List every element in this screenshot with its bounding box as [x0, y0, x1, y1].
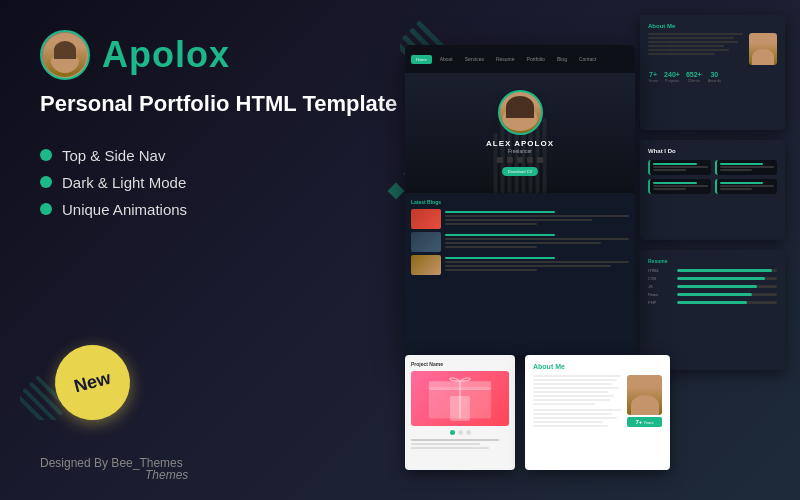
skill-row-5: PHP	[648, 300, 777, 305]
dot-active	[450, 430, 455, 435]
service-4	[715, 179, 778, 194]
skill-bar-bg	[677, 269, 777, 272]
text-line	[648, 37, 734, 39]
skill-label: HTML	[648, 268, 673, 273]
bullet-2	[40, 176, 52, 188]
main-title: Personal Portfolio HTML Template	[40, 90, 420, 119]
preview-resume: Resume HTML CSS JS React	[640, 250, 785, 370]
blog-item-2	[411, 232, 629, 252]
brand-row: Apolox	[40, 30, 420, 80]
stat-years: 7+ Years	[648, 71, 658, 83]
preview-hero: ALEX APOLOX Freelancer Download CV	[405, 73, 635, 193]
dot-1	[458, 430, 463, 435]
dot-2	[466, 430, 471, 435]
blog-text-2	[445, 234, 629, 250]
blog-item-3	[411, 255, 629, 275]
about-content	[648, 33, 777, 65]
skill-row-3: JS	[648, 284, 777, 289]
small-person-avatar	[749, 33, 777, 65]
service-grid	[648, 160, 777, 194]
about-bottom-title: About Me	[533, 363, 662, 370]
hero-name: ALEX APOLOX	[486, 139, 554, 148]
about-avatar-col: 7+ Years	[627, 375, 662, 429]
skills-section: Resume HTML CSS JS React	[648, 258, 777, 305]
resume-section-title: Resume	[648, 258, 777, 264]
skill-bar-bg	[677, 301, 777, 304]
skill-row-2: CSS	[648, 276, 777, 281]
about-content-row: 7+ Years	[533, 375, 662, 429]
avatar-inner	[43, 33, 87, 77]
stat-awards: 30 Awards	[708, 71, 721, 83]
download-cv-btn[interactable]: Download CV	[502, 167, 538, 176]
hero-avatar	[498, 90, 543, 135]
preview-main-portfolio: Home About Services Resume Portfolio Blo…	[405, 45, 635, 355]
preview-nav: Home About Services Resume Portfolio Blo…	[405, 45, 635, 73]
skill-bar-fill	[677, 301, 747, 304]
blog-thumb-2	[411, 232, 441, 252]
social-li	[527, 157, 533, 163]
nav-portfolio: Portfolio	[523, 54, 549, 64]
blog-items-list	[411, 209, 629, 275]
social-ig	[517, 157, 523, 163]
social-fb	[497, 157, 503, 163]
feature-item-3: Unique Animations	[40, 201, 420, 218]
skill-bar-fill	[677, 285, 757, 288]
text-line	[648, 49, 729, 51]
skill-bar-bg	[677, 277, 777, 280]
about-text-block	[648, 33, 743, 65]
social-tw	[507, 157, 513, 163]
text-line	[648, 45, 724, 47]
about-header-label: About Me	[648, 23, 777, 29]
nav-services: Services	[461, 54, 488, 64]
skill-label: CSS	[648, 276, 673, 281]
feature-item-2: Dark & Light Mode	[40, 174, 420, 191]
about-person-avatar	[627, 375, 662, 415]
skill-bar-fill	[677, 269, 772, 272]
preview-about-bottom: About Me	[525, 355, 670, 470]
features-list: Top & Side Nav Dark & Light Mode Unique …	[40, 147, 420, 218]
blog-text-1	[445, 211, 629, 227]
skill-bar-fill	[677, 293, 752, 296]
about-years-badge: 7+ Years	[627, 417, 662, 427]
brand-title: Apolox	[102, 34, 230, 76]
skill-row-4: React	[648, 292, 777, 297]
text-line	[648, 33, 743, 35]
service-2	[715, 160, 778, 175]
right-preview: About Me 7+ Years 240+ Projects 652	[405, 15, 785, 485]
nav-contact: Contact	[575, 54, 600, 64]
skill-label: JS	[648, 284, 673, 289]
themes-label: Themes	[145, 468, 188, 482]
blog-section-title: Latest Blogs	[411, 199, 629, 205]
preview-project: Project Name	[405, 355, 515, 470]
blog-item-1	[411, 209, 629, 229]
blog-text-3	[445, 257, 629, 273]
social-icons-row	[497, 157, 543, 163]
preview-about-top: About Me 7+ Years 240+ Projects 652	[640, 15, 785, 130]
preview-blog-section: Latest Blogs	[405, 193, 635, 281]
text-line	[648, 53, 715, 55]
skill-bar-bg	[677, 285, 777, 288]
project-image	[411, 371, 509, 426]
left-content: Apolox Personal Portfolio HTML Template …	[40, 30, 420, 248]
service-3	[648, 179, 711, 194]
preview-what-i-do: What I Do	[640, 140, 785, 240]
nav-about: About	[436, 54, 457, 64]
text-line	[648, 41, 738, 43]
stat-projects: 240+ Projects	[664, 71, 680, 83]
skill-label: PHP	[648, 300, 673, 305]
nav-resume: Resume	[492, 54, 519, 64]
bullet-3	[40, 203, 52, 215]
skill-bar-fill	[677, 277, 765, 280]
skill-bar-bg	[677, 293, 777, 296]
stats-row: 7+ Years 240+ Projects 652+ Clients 30 A…	[648, 71, 777, 83]
project-info-lines	[411, 439, 509, 449]
service-1	[648, 160, 711, 175]
stat-clients: 652+ Clients	[686, 71, 702, 83]
project-dots	[411, 430, 509, 435]
skill-row-1: HTML	[648, 268, 777, 273]
brand-avatar	[40, 30, 90, 80]
blog-thumb-1	[411, 209, 441, 229]
hero-role: Freelancer	[508, 148, 532, 154]
social-gh	[537, 157, 543, 163]
feature-item-1: Top & Side Nav	[40, 147, 420, 164]
